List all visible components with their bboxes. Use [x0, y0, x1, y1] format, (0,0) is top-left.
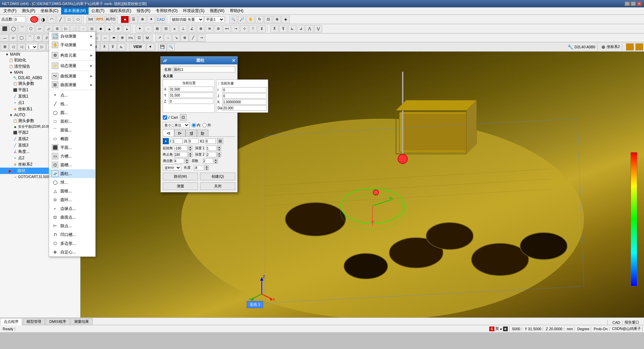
depth1-up[interactable]: ▲: [217, 146, 221, 148]
drop-circle[interactable]: ◯ 圆...: [49, 108, 95, 117]
maximize-button[interactable]: □: [631, 1, 636, 6]
tb4-view-dropdown[interactable]: ▼: [146, 43, 154, 51]
drop-arc[interactable]: ⌒ 圆弧...: [49, 126, 95, 134]
btn-auto[interactable]: AUTO: [105, 16, 116, 23]
tab-dmis[interactable]: DMIS程序: [46, 318, 70, 325]
tb3-btn5[interactable]: ⊙: [34, 34, 42, 42]
k-input[interactable]: [222, 99, 267, 105]
btn-circle-red[interactable]: [30, 16, 38, 23]
layers-input[interactable]: [203, 158, 213, 164]
tb3-btn3[interactable]: ◯: [17, 34, 26, 42]
tb2-btn29[interactable]: ⊺: [249, 25, 257, 33]
menu-file[interactable]: 文件(F): [1, 7, 19, 14]
tab-model[interactable]: 模型管理: [23, 318, 45, 325]
tb2-btn12[interactable]: ◆: [97, 25, 105, 33]
tb3-btn23[interactable]: ╱: [189, 34, 197, 42]
drop-auto-measure[interactable]: 🔄 自动测量 ▶: [49, 32, 95, 41]
depth1-down[interactable]: ▼: [217, 148, 221, 151]
cart-checkbox-label[interactable]: √ Cart: [163, 115, 178, 120]
btn-misc1[interactable]: ☰: [130, 16, 138, 23]
btn-init[interactable]: Init: [87, 16, 95, 23]
i-input[interactable]: [222, 87, 267, 93]
x-input[interactable]: [169, 86, 213, 92]
length-up[interactable]: ▲: [205, 165, 209, 168]
tab-results[interactable]: 测量结果: [70, 318, 93, 325]
tb2-btn32[interactable]: ⊽: [279, 25, 287, 33]
outer-radio[interactable]: [202, 123, 207, 127]
tb3-btn20[interactable]: →: [164, 34, 172, 42]
tab2[interactable]: ⊳: [174, 129, 186, 136]
path-button[interactable]: 路径(W): [163, 173, 198, 180]
depth1-input[interactable]: [206, 146, 216, 151]
tb4-flag2[interactable]: [635, 43, 643, 51]
tb3-btn17[interactable]: ⊡: [135, 34, 143, 42]
tb4-btn-view4[interactable]: ⊼: [100, 43, 108, 51]
menu-settings[interactable]: 环境设置(S): [180, 7, 207, 14]
j-input[interactable]: [222, 93, 267, 99]
cart-checkbox[interactable]: [163, 115, 167, 120]
tab-program[interactable]: 点点程序: [0, 318, 22, 325]
tb3-btn16[interactable]: X%: [127, 34, 135, 42]
tb3-btn19[interactable]: ↗: [155, 34, 163, 42]
tb2-btn4[interactable]: ⬡: [27, 25, 35, 33]
tb3-btn2[interactable]: ▱: [9, 34, 17, 42]
j1-param-input[interactable]: [189, 138, 199, 144]
tb3-btn22[interactable]: ⊛: [181, 34, 189, 42]
inner-radio[interactable]: [192, 123, 196, 127]
depth2-input[interactable]: [206, 152, 216, 157]
menu-help[interactable]: 帮助(H): [227, 7, 246, 14]
tb3-btn24[interactable]: ⊸: [197, 34, 205, 42]
close-button[interactable]: ✕: [637, 1, 642, 6]
tb4-view-text[interactable]: VIEW: [129, 43, 146, 51]
length-input[interactable]: [194, 165, 204, 170]
drop-polygon[interactable]: ⬡ 多边形...: [49, 239, 95, 248]
tb2-btn3[interactable]: ⌒: [18, 25, 26, 33]
z-input[interactable]: [169, 99, 213, 104]
tb2-btn36[interactable]: ⋁: [314, 25, 322, 33]
layers-up[interactable]: ▲: [214, 158, 218, 161]
tb2-btn35[interactable]: ⋀: [305, 25, 313, 33]
btn-fit[interactable]: ⊡: [264, 16, 272, 23]
tb2-btn33[interactable]: ⊾: [288, 25, 296, 33]
drop-circle-slot[interactable]: ⌬ 圆槽...: [49, 161, 95, 169]
tb4-flag[interactable]: [626, 43, 634, 51]
direction-select[interactable]: 逆时针 顺时针: [163, 165, 181, 171]
tb4-btn-view5[interactable]: ⊽: [109, 43, 117, 51]
meas-pts-up[interactable]: ▲: [185, 158, 189, 161]
end-angle-down[interactable]: ▼: [188, 155, 192, 157]
drop-notch[interactable]: ⊓ 凹口槽...: [49, 230, 95, 239]
cart-btn[interactable]: ⊡: [180, 114, 187, 121]
depth2-down[interactable]: ▼: [217, 155, 221, 157]
tb4-btn4[interactable]: ▷: [38, 43, 46, 51]
drop-torus[interactable]: ⊙ 圆环...: [49, 195, 95, 204]
tb3-btn15[interactable]: ⊕: [118, 34, 126, 42]
btn-zoom-out[interactable]: 🔎: [238, 16, 246, 23]
tb4-btn1[interactable]: ⊞: [1, 43, 9, 51]
drop-self-center[interactable]: ⊕ 自定心...: [49, 248, 95, 256]
tb2-btn22[interactable]: ∠: [188, 25, 196, 33]
btn-rps[interactable]: RPS: [95, 16, 104, 23]
tb4-btn3[interactable]: ◁: [17, 43, 26, 51]
ijk-expand-btn[interactable]: ⊞: [217, 138, 223, 144]
tb2-btn19[interactable]: ⊟: [162, 25, 170, 33]
drop-gap[interactable]: ⊢ 隙点...: [49, 222, 95, 230]
drop-square-slot[interactable]: ▭ 方槽...: [49, 152, 95, 161]
name-input[interactable]: [173, 66, 235, 72]
tb2-btn20[interactable]: ≡: [170, 25, 179, 33]
tb3-btn21[interactable]: ↘: [172, 34, 180, 42]
create-button[interactable]: 创建(Q): [200, 173, 235, 180]
btn-rect[interactable]: □: [65, 16, 73, 23]
drop-curve-meas[interactable]: 〜 曲线测量 ▶: [49, 72, 95, 80]
tb2-btn34[interactable]: ⊿: [297, 25, 305, 33]
tb4-btn-view6[interactable]: ⊾: [117, 43, 125, 51]
end-angle-up[interactable]: ▲: [188, 152, 192, 155]
menu-measurement[interactable]: 基本测量(M): [61, 7, 89, 14]
tab4[interactable]: ⊵: [197, 129, 208, 136]
menu-software[interactable]: 专用软件(O): [153, 7, 180, 14]
btn-stop[interactable]: ■: [121, 16, 129, 23]
btn-ellipse[interactable]: ⬭: [74, 16, 82, 23]
tb2-btn15[interactable]: ⬧: [123, 25, 131, 33]
close-button[interactable]: 关闭: [200, 182, 235, 190]
y-input[interactable]: [169, 93, 213, 98]
drop-area[interactable]: □ 面积...: [49, 117, 95, 126]
